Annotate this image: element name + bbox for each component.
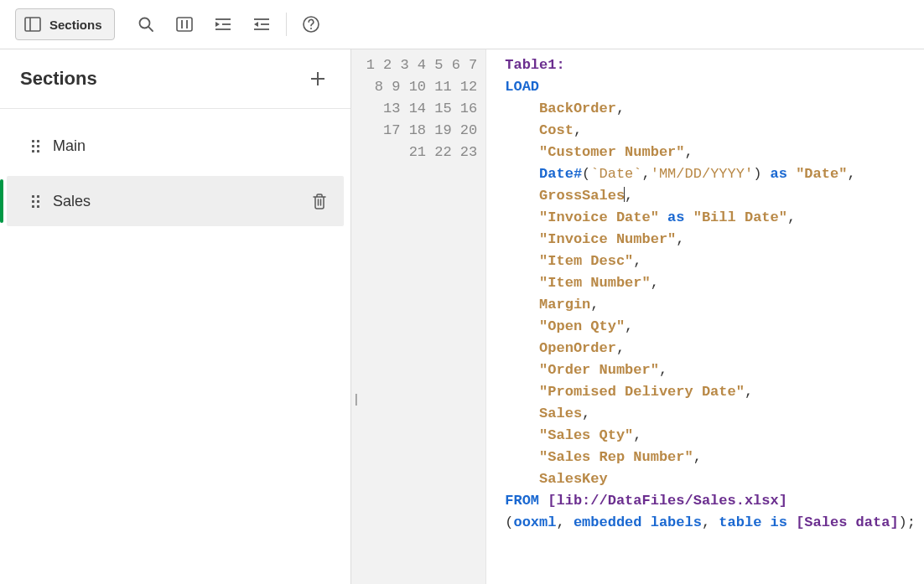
svg-point-14 <box>310 28 312 29</box>
sections-dropdown-button[interactable]: Sections <box>15 8 115 40</box>
indent-icon <box>214 17 232 32</box>
plus-icon <box>309 70 327 88</box>
comment-button[interactable] <box>167 8 202 40</box>
sections-list: Main Sales <box>0 109 350 238</box>
search-icon <box>138 16 154 33</box>
svg-rect-0 <box>25 18 40 31</box>
main-area: Sections Main <box>0 49 924 584</box>
delete-section-button[interactable] <box>312 193 327 209</box>
editor-code[interactable]: Table1: LOAD BackOrder, Cost, "Customer … <box>486 49 924 584</box>
toolbar: Sections <box>0 0 924 49</box>
drag-handle-icon[interactable] <box>32 140 39 152</box>
sidebar-title: Sections <box>20 68 97 90</box>
indent-button[interactable] <box>205 8 241 40</box>
add-section-button[interactable] <box>305 66 330 91</box>
outdent-button[interactable] <box>244 8 279 40</box>
svg-rect-4 <box>177 18 192 31</box>
search-button[interactable] <box>128 8 164 40</box>
section-item-sales[interactable]: Sales <box>7 176 344 226</box>
panel-icon <box>24 16 41 33</box>
outdent-icon <box>252 17 271 32</box>
help-icon <box>302 15 320 34</box>
section-item-label: Main <box>53 137 327 155</box>
help-button[interactable] <box>293 8 329 40</box>
section-item-main[interactable]: Main <box>7 121 344 171</box>
script-editor[interactable]: 1 2 3 4 5 6 7 8 9 10 11 12 13 14 15 16 1… <box>351 49 924 584</box>
sidebar-resize-handle[interactable]: || <box>355 392 356 406</box>
svg-line-3 <box>148 27 153 31</box>
editor-gutter: 1 2 3 4 5 6 7 8 9 10 11 12 13 14 15 16 1… <box>351 49 486 584</box>
toolbar-separator <box>286 13 287 36</box>
comment-icon <box>175 16 194 33</box>
drag-handle-icon[interactable] <box>32 195 39 208</box>
sections-dropdown-label: Sections <box>49 18 102 32</box>
section-item-label: Sales <box>53 193 298 210</box>
sidebar-header: Sections <box>0 49 350 109</box>
sections-sidebar: Sections Main <box>0 49 351 584</box>
